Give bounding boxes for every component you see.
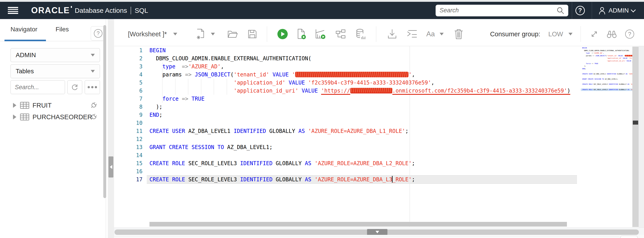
splitter-handle[interactable]	[367, 229, 388, 235]
sidebar-tabs: Navigator Files ?	[0, 19, 106, 41]
tree-item-fruit[interactable]: FRUIT	[0, 100, 106, 110]
more-options-button[interactable]	[85, 80, 100, 94]
minimap[interactable]: BEGIN DBMS_CLOUD_ADMIN.ENABLE_EXTERNAL_A…	[581, 47, 632, 226]
header-search-box[interactable]	[436, 5, 568, 16]
tab-files[interactable]: Files	[56, 26, 69, 33]
hierarchy-icon	[336, 29, 346, 39]
sidebar: Navigator Files ? ADMIN Tables	[0, 19, 106, 238]
autotrace-button[interactable]	[315, 29, 326, 40]
text-size-selector[interactable]: Aa	[426, 30, 444, 38]
sidebar-scrollbar[interactable]	[103, 25, 106, 198]
code-line[interactable]: CREATE ROLE SEC_ROLE_LEVEL3 IDENTIFIED G…	[147, 176, 577, 184]
new-worksheet-button[interactable]	[196, 29, 215, 40]
code-line[interactable]: END;	[147, 111, 577, 119]
expand-arrows-icon	[590, 30, 598, 38]
chevron-down-icon	[91, 54, 95, 56]
consumer-group-value[interactable]: LOW	[548, 30, 563, 38]
header-search-input[interactable]	[440, 7, 556, 14]
refresh-button[interactable]	[68, 80, 82, 94]
trash-icon	[454, 29, 463, 39]
object-type-select[interactable]: Tables	[10, 64, 100, 78]
tree-search-input[interactable]	[10, 80, 65, 94]
code-line[interactable]: 'application_id' VALUE 'f2c359b4-c3f9-44…	[147, 79, 577, 87]
chevron-down-icon	[173, 33, 177, 36]
code-editor[interactable]: 1234567891011121314151617 BEGIN DBMS_CLO…	[114, 46, 644, 228]
minimap-line: GRANT CREATE SESSION TO AZ_DBA_LEVEL1;	[581, 78, 632, 81]
find-button[interactable]	[607, 30, 617, 38]
expand-caret-icon[interactable]	[13, 114, 16, 120]
header-help-button[interactable]: ?	[572, 2, 588, 19]
line-number: 11	[114, 127, 147, 135]
vertical-scrollbar[interactable]	[632, 46, 638, 227]
worksheet-panel: [Worksheet ]*	[114, 19, 644, 238]
code-line[interactable]: 'application_id_uri' VALUE 'https://.onm…	[147, 87, 577, 95]
minimap-line	[581, 81, 632, 83]
code-line[interactable]: );	[147, 103, 577, 111]
object-type-select-value: Tables	[16, 68, 34, 75]
binoculars-icon	[607, 30, 617, 38]
code-line[interactable]: force => TRUE	[147, 95, 577, 103]
format-button[interactable]	[407, 30, 417, 38]
code-line[interactable]: BEGIN	[147, 46, 577, 54]
clear-button[interactable]	[454, 29, 463, 39]
explain-plan-button[interactable]	[336, 29, 346, 39]
line-number: 13	[114, 143, 147, 151]
code-line[interactable]: type =>'AZURE_AD',	[147, 62, 577, 70]
ellipsis-icon	[88, 86, 97, 88]
results-splitter[interactable]	[114, 228, 644, 235]
open-file-button[interactable]	[228, 30, 238, 38]
chevron-down-icon[interactable]	[568, 33, 572, 36]
toolbar-separator	[376, 26, 376, 42]
expand-caret-icon[interactable]	[13, 103, 16, 108]
minimap-line	[581, 86, 632, 88]
help-icon: ?	[576, 6, 585, 15]
maximize-button[interactable]	[590, 30, 598, 38]
hamburger-menu-button[interactable]	[8, 7, 18, 14]
code-line[interactable]	[147, 168, 577, 176]
dbms-output-button[interactable]	[356, 29, 366, 40]
line-number: 15	[114, 159, 147, 168]
redaction-scribble	[295, 72, 408, 77]
redaction-scribble	[350, 88, 392, 94]
horizontal-scrollbar-thumb[interactable]	[150, 222, 567, 226]
tree-item-purchaseorder[interactable]: PURCHASEORDER	[0, 112, 106, 122]
line-number: 5	[114, 79, 147, 87]
worksheet-help-button[interactable]: ?	[625, 30, 634, 38]
minimap-line	[581, 70, 632, 73]
minimap-line: force => TRUE	[581, 62, 632, 65]
redaction-scribble	[625, 55, 632, 56]
download-button[interactable]	[388, 29, 397, 39]
download-icon	[388, 29, 397, 39]
run-button[interactable]	[278, 29, 288, 39]
consumer-group: Consumer group: LOW	[490, 30, 572, 38]
code-content[interactable]: BEGIN DBMS_CLOUD_ADMIN.ENABLE_EXTERNAL_A…	[147, 46, 577, 184]
schema-select-value: ADMIN	[16, 52, 36, 59]
worksheet-selector[interactable]: [Worksheet ]*	[128, 30, 177, 38]
user-menu[interactable]: ADMIN	[592, 2, 644, 19]
corner-button[interactable]	[620, 236, 638, 238]
code-line[interactable]	[147, 119, 577, 127]
oracle-logo: ORACLE	[31, 6, 70, 15]
oracle-logo-text: ORACLE	[31, 6, 70, 15]
code-line[interactable]	[147, 151, 577, 159]
code-line[interactable]: CREATE ROLE SEC_ROLE_LEVEL3 IDENTIFIED G…	[147, 159, 577, 168]
save-button[interactable]	[248, 29, 257, 39]
sidebar-splitter[interactable]	[108, 19, 114, 238]
line-number: 17	[114, 176, 147, 184]
code-line[interactable]: CREATE USER AZ_DBA_LEVEL1 IDENTIFIED GLO…	[147, 127, 577, 135]
app-title: Database Actions	[74, 7, 127, 14]
code-line[interactable]	[147, 135, 577, 143]
code-line[interactable]: params => JSON_OBJECT('tenant_id' VALUE …	[147, 70, 577, 79]
schema-select[interactable]: ADMIN	[10, 48, 100, 62]
run-script-button[interactable]	[297, 29, 306, 40]
vertical-scrollbar-thumb[interactable]	[633, 120, 638, 124]
user-name: ADMIN	[608, 7, 629, 14]
code-line[interactable]: DBMS_CLOUD_ADMIN.ENABLE_EXTERNAL_AUTHENT…	[147, 54, 577, 62]
tab-navigator[interactable]: Navigator	[10, 26, 38, 33]
search-icon	[556, 7, 564, 14]
minimap-line: 'application_id' VALUE 'f2c359b4-c3f9-44…	[581, 57, 632, 60]
line-number: 2	[114, 54, 147, 62]
sidebar-collapse-handle[interactable]	[108, 156, 114, 178]
minimap-line	[581, 76, 632, 78]
code-line[interactable]: GRANT CREATE SESSION TO AZ_DBA_LEVEL1;	[147, 143, 577, 151]
